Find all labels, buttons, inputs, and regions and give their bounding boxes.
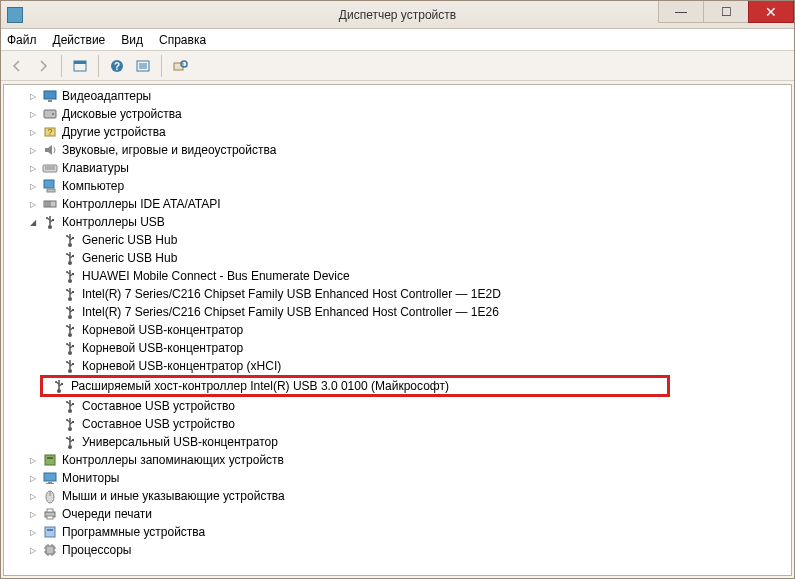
tree-item[interactable]: Составное USB устройство [12, 415, 791, 433]
expander-icon[interactable] [26, 505, 40, 524]
tree-category[interactable]: Процессоры [12, 541, 791, 559]
category-label: Дисковые устройства [62, 105, 182, 123]
expander-icon[interactable] [26, 213, 40, 232]
storage-icon [42, 452, 58, 468]
tree-category[interactable]: Очереди печати [12, 505, 791, 523]
svg-rect-90 [46, 546, 54, 554]
usb-icon [62, 268, 78, 284]
tree-item[interactable]: Корневой USB-концентратор (xHCI) [12, 357, 791, 375]
tree-category[interactable]: Клавиатуры [12, 159, 791, 177]
minimize-button[interactable]: — [658, 1, 704, 23]
highlighted-tree-item[interactable]: Расширяемый хост-контроллер Intel(R) USB… [40, 375, 670, 397]
expander-icon[interactable] [26, 541, 40, 560]
svg-point-60 [66, 361, 68, 363]
menu-view[interactable]: Вид [121, 33, 143, 47]
tree-item[interactable]: Корневой USB-концентратор [12, 339, 791, 357]
titlebar[interactable]: Диспетчер устройств — ☐ ✕ [1, 1, 794, 29]
expander-icon[interactable] [26, 195, 40, 214]
maximize-button[interactable]: ☐ [703, 1, 749, 23]
expander-icon[interactable] [26, 159, 40, 178]
tree-category[interactable]: Контроллеры запоминающих устройств [12, 451, 791, 469]
tree-item[interactable]: Generic USB Hub [12, 231, 791, 249]
expander-icon[interactable] [26, 469, 40, 488]
menu-action[interactable]: Действие [53, 33, 106, 47]
svg-rect-61 [72, 363, 74, 365]
tree-category[interactable]: Звуковые, игровые и видеоустройства [12, 141, 791, 159]
expander-icon[interactable] [26, 487, 40, 506]
usb-icon [62, 232, 78, 248]
tree-category[interactable]: Программные устройства [12, 523, 791, 541]
svg-rect-82 [46, 483, 54, 484]
svg-rect-45 [72, 291, 74, 293]
tree-category[interactable]: Мыши и иные указывающие устройства [12, 487, 791, 505]
svg-rect-20 [44, 180, 54, 188]
close-button[interactable]: ✕ [748, 1, 794, 23]
svg-point-44 [66, 289, 68, 291]
print-icon [42, 506, 58, 522]
tree-item[interactable]: Составное USB устройство [12, 397, 791, 415]
tree-item[interactable]: Generic USB Hub [12, 249, 791, 267]
show-hidden-button[interactable] [68, 54, 92, 78]
help-button[interactable]: ? [105, 54, 129, 78]
svg-rect-89 [47, 529, 53, 531]
svg-point-50 [68, 333, 72, 337]
mouse-icon [42, 488, 58, 504]
svg-rect-13 [44, 110, 56, 118]
svg-point-70 [68, 427, 72, 431]
device-label: Generic USB Hub [82, 231, 177, 249]
tree-item[interactable]: Универсальный USB-концентратор [12, 433, 791, 451]
expander-icon[interactable] [26, 451, 40, 470]
device-label: Корневой USB-концентратор (xHCI) [82, 357, 281, 375]
svg-point-56 [66, 343, 68, 345]
tree-item[interactable]: HUAWEI Mobile Connect - Bus Enumerate De… [12, 267, 791, 285]
expander-icon[interactable] [26, 177, 40, 196]
toolbar-separator [61, 55, 62, 77]
other-icon: ? [42, 124, 58, 140]
expander-icon[interactable] [26, 87, 40, 106]
svg-point-72 [66, 419, 68, 421]
device-label: Составное USB устройство [82, 415, 235, 433]
tree-item[interactable]: Корневой USB-концентратор [12, 321, 791, 339]
device-label: Корневой USB-концентратор [82, 339, 243, 357]
svg-rect-81 [48, 482, 52, 483]
back-button[interactable] [5, 54, 29, 78]
device-label: Generic USB Hub [82, 249, 177, 267]
tree-category[interactable]: Компьютер [12, 177, 791, 195]
svg-rect-86 [47, 509, 53, 512]
device-label: HUAWEI Mobile Connect - Bus Enumerate De… [82, 267, 350, 285]
svg-rect-80 [44, 473, 56, 481]
category-label: Мыши и иные указывающие устройства [62, 487, 285, 505]
toolbar-separator [161, 55, 162, 77]
tree-item[interactable]: Intel(R) 7 Series/C216 Chipset Family US… [12, 303, 791, 321]
menu-file[interactable]: Файл [7, 33, 37, 47]
tree-view[interactable]: ВидеоадаптерыДисковые устройства?Другие … [3, 84, 792, 576]
usb-icon [62, 304, 78, 320]
device-label: Корневой USB-концентратор [82, 321, 243, 339]
expander-icon[interactable] [26, 141, 40, 160]
svg-text:?: ? [114, 61, 120, 72]
category-label: Процессоры [62, 541, 132, 559]
device-manager-window: Диспетчер устройств — ☐ ✕ Файл Действие … [0, 0, 795, 579]
tree-category[interactable]: ?Другие устройства [12, 123, 791, 141]
tree-category[interactable]: Мониторы [12, 469, 791, 487]
expander-icon[interactable] [26, 123, 40, 142]
tree-category[interactable]: Дисковые устройства [12, 105, 791, 123]
tree-category[interactable]: Контроллеры USB [12, 213, 791, 231]
tree-item[interactable]: Intel(R) 7 Series/C216 Chipset Family US… [12, 285, 791, 303]
category-label: Программные устройства [62, 523, 205, 541]
usb-icon [62, 322, 78, 338]
forward-button[interactable] [31, 54, 55, 78]
svg-point-42 [68, 297, 72, 301]
expander-icon[interactable] [26, 105, 40, 124]
tree-category[interactable]: Контроллеры IDE ATA/ATAPI [12, 195, 791, 213]
menu-help[interactable]: Справка [159, 33, 206, 47]
tree-category[interactable]: Видеоадаптеры [12, 87, 791, 105]
properties-button[interactable] [131, 54, 155, 78]
scan-hardware-button[interactable] [168, 54, 192, 78]
content-wrap: ВидеоадаптерыДисковые устройства?Другие … [1, 81, 794, 578]
expander-icon[interactable] [26, 523, 40, 542]
svg-line-10 [186, 66, 187, 67]
svg-rect-21 [47, 189, 55, 192]
display-icon [42, 88, 58, 104]
category-label: Контроллеры IDE ATA/ATAPI [62, 195, 221, 213]
